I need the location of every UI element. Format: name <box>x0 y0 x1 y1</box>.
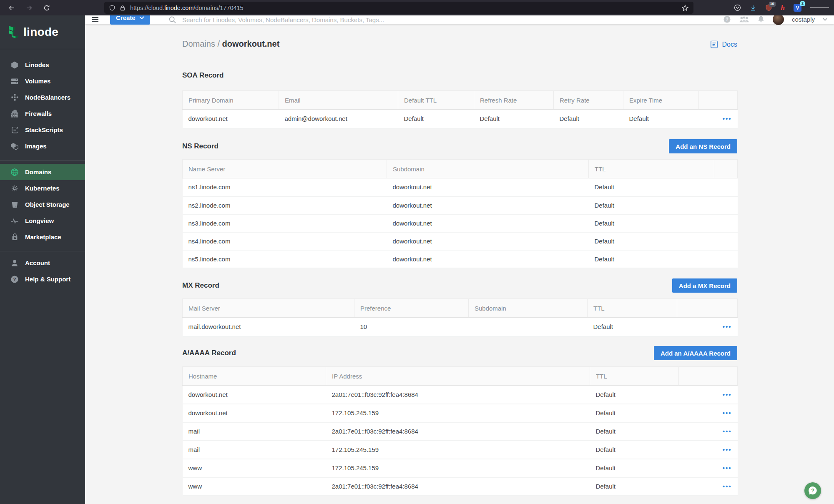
vpn-extension-icon[interactable]: V 2 <box>794 4 801 12</box>
cell: doworkout.net <box>183 386 326 404</box>
sidebar-toggle-icon[interactable] <box>92 16 98 23</box>
cell: ns2.linode.com <box>183 196 387 214</box>
sidebar-item-marketplace[interactable]: Marketplace <box>0 229 85 245</box>
cell: Default <box>589 250 714 268</box>
tracking-shield-icon[interactable] <box>109 5 115 11</box>
sidebar-item-linodes[interactable]: Linodes <box>0 57 85 73</box>
url-path: /domains/1770415 <box>193 5 243 11</box>
bucket-icon <box>10 201 19 209</box>
person-icon <box>10 259 19 267</box>
sidebar-item-label: Object Storage <box>25 201 70 208</box>
browser-menu-icon[interactable] <box>810 6 829 10</box>
column-header: Retry Rate <box>554 91 623 110</box>
browser-back-icon[interactable] <box>8 5 15 11</box>
sidebar-item-domains[interactable]: Domains <box>0 164 85 180</box>
sidebar-item-stackscripts[interactable]: StackScripts <box>0 122 85 138</box>
sidebar-item-help-support[interactable]: ? Help & Support <box>0 271 85 287</box>
ns-record-table: Name Server Subdomain TTL ns1.linode.com… <box>182 159 738 268</box>
notifications-bell-icon[interactable] <box>757 15 765 23</box>
download-icon[interactable] <box>750 5 756 11</box>
cell: doworkout.net <box>387 250 589 268</box>
add-ns-record-button[interactable]: Add an NS Record <box>669 139 737 153</box>
browser-toolbar-extensions: 10 h V 2 <box>734 0 829 15</box>
table-header-row: Name Server Subdomain TTL <box>183 160 738 178</box>
username[interactable]: costaply <box>792 16 815 23</box>
volumes-icon <box>10 77 19 85</box>
cell: 172.105.245.159 <box>326 441 590 459</box>
avatar[interactable] <box>773 14 784 25</box>
lock-icon[interactable] <box>120 5 126 11</box>
table-row: ns1.linode.comdoworkout.netDefault <box>183 178 738 196</box>
add-mx-record-button[interactable]: Add a MX Record <box>672 278 737 293</box>
cell: doworkout.net <box>183 404 326 422</box>
sidebar: linode Linodes Volumes NodeBalancers Fir… <box>0 15 85 504</box>
cell: ns1.linode.com <box>183 178 387 196</box>
sidebar-item-kubernetes[interactable]: Kubernetes <box>0 180 85 196</box>
browser-forward-icon[interactable] <box>26 5 33 11</box>
sidebar-item-longview[interactable]: Longview <box>0 213 85 229</box>
add-aaaa-record-button[interactable]: Add an A/AAAA Record <box>654 346 737 360</box>
cell: Default <box>590 422 679 441</box>
row-actions-button[interactable]: ••• <box>723 428 732 435</box>
sidebar-nav: Linodes Volumes NodeBalancers Firewalls … <box>0 49 85 287</box>
column-header-actions <box>677 299 738 318</box>
docs-link[interactable]: Docs <box>710 40 737 49</box>
row-actions-button[interactable]: ••• <box>723 464 732 471</box>
table-header-row: Mail Server Preference Subdomain TTL <box>183 299 738 318</box>
bookmark-star-icon[interactable] <box>682 5 688 11</box>
sidebar-item-label: Longview <box>25 217 54 224</box>
sidebar-item-object-storage[interactable]: Object Storage <box>0 196 85 213</box>
column-header-actions <box>679 367 738 386</box>
cell: Default <box>590 404 679 422</box>
row-actions-button[interactable]: ••• <box>723 483 732 490</box>
breadcrumb-domains-link[interactable]: Domains <box>182 39 215 48</box>
app-header-right: ? costaply <box>723 14 827 25</box>
column-header: Email <box>279 91 398 110</box>
cell: 172.105.245.159 <box>326 459 590 477</box>
wheel-icon <box>10 184 19 193</box>
url-text: https://cloud.linode.com/domains/1770415 <box>130 5 244 11</box>
sidebar-item-account[interactable]: Account <box>0 255 85 271</box>
pocket-icon[interactable] <box>734 4 741 11</box>
cell <box>469 318 588 336</box>
column-header: Subdomain <box>469 299 588 318</box>
sidebar-item-volumes[interactable]: Volumes <box>0 73 85 89</box>
browser-reload-icon[interactable] <box>43 5 50 11</box>
row-actions-button[interactable]: ••• <box>723 391 732 398</box>
sidebar-item-label: Volumes <box>25 78 50 85</box>
row-actions-button[interactable]: ••• <box>723 446 732 453</box>
sidebar-item-label: Kubernetes <box>25 185 60 192</box>
help-circle-icon[interactable]: ? <box>723 15 731 23</box>
cell: Default <box>589 232 714 250</box>
sidebar-item-images[interactable]: Images <box>0 138 85 154</box>
browser-chrome: https://cloud.linode.com/domains/1770415… <box>0 0 834 15</box>
sidebar-item-label: Domains <box>25 168 51 176</box>
linode-logo[interactable]: linode <box>0 15 85 49</box>
global-search[interactable]: Search for Linodes, Volumes, NodeBalance… <box>168 15 384 24</box>
shield-extension-icon[interactable]: 10 <box>765 4 772 11</box>
pulse-icon <box>10 217 19 225</box>
column-header: Hostname <box>183 367 326 386</box>
column-header: Name Server <box>183 160 387 178</box>
sidebar-item-firewalls[interactable]: Firewalls <box>0 105 85 122</box>
column-header: IP Address <box>326 367 590 386</box>
cell: 2a01:7e01::f03c:92ff:fea4:8684 <box>326 477 590 496</box>
row-actions-button[interactable]: ••• <box>723 409 732 416</box>
browser-url-bar[interactable]: https://cloud.linode.com/domains/1770415 <box>104 2 693 14</box>
user-menu-chevron-icon[interactable] <box>823 18 827 21</box>
browser-nav-buttons <box>8 5 50 11</box>
docs-label: Docs <box>722 41 737 48</box>
sidebar-item-nodebalancers[interactable]: NodeBalancers <box>0 89 85 105</box>
sidebar-item-label: StackScripts <box>25 126 63 133</box>
help-fab-button[interactable]: ? <box>804 482 821 499</box>
h-extension-icon[interactable]: h <box>781 4 785 12</box>
sidebar-item-label: Linodes <box>25 61 49 68</box>
cell: mail.doworkout.net <box>183 318 354 336</box>
question-icon: ? <box>10 275 19 283</box>
community-icon[interactable] <box>739 15 749 23</box>
row-actions-button[interactable]: ••• <box>723 115 732 122</box>
row-actions-button[interactable]: ••• <box>723 323 732 330</box>
cell: 172.105.245.159 <box>326 404 590 422</box>
cell: doworkout.net <box>387 214 589 232</box>
column-header: Default TTL <box>398 91 474 110</box>
